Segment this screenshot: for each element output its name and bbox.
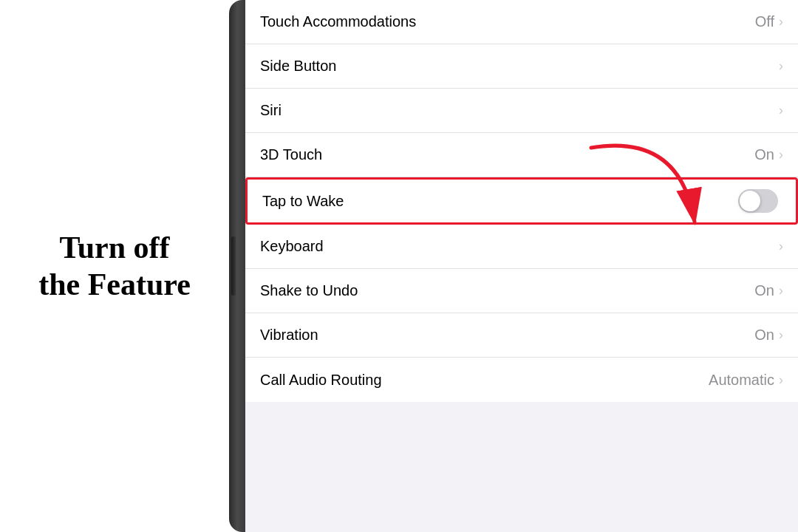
instruction-text: Turn off the Feature [38,229,191,304]
chevron-call-audio-routing: › [779,372,783,388]
row-value-call-audio-routing: Automatic [709,372,774,389]
chevron-3d-touch: › [779,147,783,163]
row-value-vibration: On [754,327,774,344]
settings-list: Touch Accommodations Off › Side Button ›… [245,0,798,402]
tap-to-wake-toggle[interactable] [738,189,778,213]
row-label-touch-accommodations: Touch Accommodations [260,13,755,30]
row-label-shake-to-undo: Shake to Undo [260,282,754,299]
settings-row-vibration[interactable]: Vibration On › [245,313,798,358]
settings-row-touch-accommodations[interactable]: Touch Accommodations Off › [245,0,798,44]
settings-row-3d-touch[interactable]: 3D Touch On › [245,133,798,177]
chevron-side-button: › [779,58,783,74]
settings-row-keyboard[interactable]: Keyboard › [245,225,798,269]
settings-row-tap-to-wake[interactable]: Tap to Wake [245,177,798,225]
phone-area: Touch Accommodations Off › Side Button ›… [229,0,798,532]
row-value-shake-to-undo: On [754,282,774,299]
row-label-3d-touch: 3D Touch [260,146,754,163]
row-label-keyboard: Keyboard [260,238,779,255]
chevron-shake-to-undo: › [779,283,783,299]
chevron-vibration: › [779,327,783,343]
row-label-vibration: Vibration [260,327,754,344]
chevron-touch-accommodations: › [779,14,783,30]
toggle-knob [740,191,760,211]
row-label-call-audio-routing: Call Audio Routing [260,372,709,389]
settings-container: Touch Accommodations Off › Side Button ›… [245,0,798,532]
chevron-siri: › [779,103,783,118]
row-label-siri: Siri [260,102,779,119]
row-label-tap-to-wake: Tap to Wake [262,193,738,210]
settings-row-siri[interactable]: Siri › [245,89,798,133]
chevron-keyboard: › [779,239,783,254]
settings-row-call-audio-routing[interactable]: Call Audio Routing Automatic › [245,358,798,402]
phone-bezel-left [229,0,245,532]
settings-row-side-button[interactable]: Side Button › [245,44,798,89]
row-value-touch-accommodations: Off [755,13,774,30]
row-value-3d-touch: On [754,146,774,163]
row-label-side-button: Side Button [260,58,779,75]
settings-row-shake-to-undo[interactable]: Shake to Undo On › [245,269,798,313]
instruction-panel: Turn off the Feature [0,0,229,532]
